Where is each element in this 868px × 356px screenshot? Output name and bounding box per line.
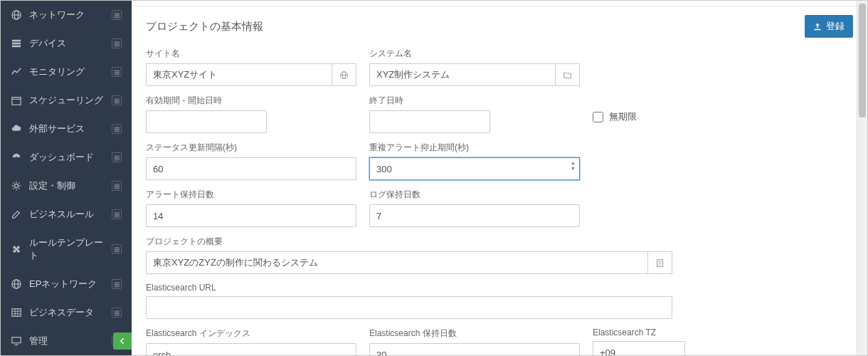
status-interval-input[interactable] [146,157,356,180]
sidebar-item-network[interactable]: ネットワーク ⊞ [1,1,132,29]
sidebar-item-label: デバイス [29,37,112,50]
sidebar-item-rule-template[interactable]: ルールテンプレート ⊞ [1,229,132,270]
svg-point-9 [14,184,18,187]
puzzle-icon [11,244,22,255]
valid-end-label: 終了日時 [369,95,580,107]
folder-icon[interactable] [556,63,580,86]
globe-icon [11,278,22,290]
sidebar-item-label: 設定・制御 [29,179,112,192]
sidebar-item-label: ダッシュボード [29,151,112,164]
no-limit-checkbox[interactable] [593,112,603,122]
monitor-icon [11,335,22,347]
gear-icon [11,180,22,192]
sidebar-item-label: ルールテンプレート [29,236,112,262]
chart-icon [11,66,22,78]
log-retention-input[interactable] [369,204,580,227]
sidebar-item-device[interactable]: デバイス ⊞ [1,29,132,58]
document-icon[interactable] [648,251,672,274]
site-name-label: サイト名 [146,48,356,60]
sidebar-item-monitoring[interactable]: モニタリング ⊞ [1,58,132,86]
site-name-input[interactable] [146,63,332,86]
table-icon [11,307,22,318]
es-tz-label: Elasticsearch TZ [593,328,685,337]
server-icon [11,38,22,49]
es-retention-input[interactable] [369,343,580,355]
sidebar: ネットワーク ⊞ デバイス ⊞ モニタリング ⊞ スケジューリング ⊞ 外部サー… [1,1,132,355]
spin-down-icon[interactable]: ▼ [571,166,576,171]
log-retention-label: ログ保持日数 [369,189,580,201]
globe-icon [11,9,22,21]
overview-label: プロジェクトの概要 [146,236,672,248]
expand-icon[interactable]: ⊞ [112,279,122,289]
expand-icon[interactable]: ⊞ [112,152,122,162]
collapse-sidebar-button[interactable] [113,333,132,350]
calendar-icon [11,95,22,106]
overview-input[interactable] [146,251,648,274]
es-url-label: Elasticsearch URL [146,283,672,293]
es-url-input[interactable] [146,296,672,319]
es-tz-input[interactable] [593,341,685,355]
main-content: プロジェクトの基本情報 登録 サイト名 システム名 [132,1,867,355]
sidebar-item-label: ビジネスルール [29,208,112,221]
edit-icon [11,209,22,220]
scrollbar-thumb[interactable] [859,4,866,117]
sidebar-item-business-data[interactable]: ビジネスデータ ⊞ [1,298,132,327]
alert-retention-label: アラート保持日数 [146,189,356,201]
expand-icon[interactable]: ⊞ [112,244,122,254]
sidebar-item-label: スケジューリング [29,94,112,107]
sidebar-item-settings[interactable]: 設定・制御 ⊞ [1,172,132,200]
expand-icon[interactable]: ⊞ [112,67,122,77]
status-interval-label: ステータス更新間隔(秒) [146,142,356,154]
system-name-label: システム名 [369,48,580,60]
register-button-label: 登録 [826,20,845,33]
expand-icon[interactable]: ⊞ [112,209,122,219]
scrollbar[interactable] [857,1,867,355]
svg-rect-3 [12,40,21,42]
cloud-icon [11,123,22,135]
sidebar-item-label: 外部サービス [29,122,112,135]
dashboard-icon [11,152,22,163]
es-index-label: Elasticsearch インデックス [146,328,356,340]
sidebar-item-ep-network[interactable]: EPネットワーク ⊞ [1,270,132,298]
no-limit-label: 無期限 [609,110,637,123]
expand-icon[interactable]: ⊞ [112,308,122,318]
es-index-input[interactable] [146,343,356,355]
svg-rect-4 [12,43,21,45]
svg-rect-13 [12,309,21,317]
sidebar-item-label: ネットワーク [29,9,112,21]
spin-up-icon[interactable]: ▲ [571,160,576,165]
svg-rect-6 [12,98,21,105]
es-retention-label: Elasticsearch 保持日数 [369,328,580,340]
system-name-input[interactable] [369,63,556,86]
sidebar-item-external[interactable]: 外部サービス ⊞ [1,115,132,143]
sidebar-item-admin[interactable]: 管理 ⊞ [1,327,132,355]
valid-start-label: 有効期間 - 開始日時 [146,95,356,107]
tab-bar [132,1,867,6]
expand-icon[interactable]: ⊞ [112,95,122,105]
sidebar-item-label: モニタリング [29,66,112,78]
alert-retention-input[interactable] [146,204,356,227]
number-spinner[interactable]: ▲▼ [571,160,576,171]
svg-rect-5 [12,46,21,48]
valid-start-input[interactable] [146,110,267,133]
sidebar-item-dashboard[interactable]: ダッシュボード ⊞ [1,143,132,172]
upload-icon [813,22,822,31]
expand-icon[interactable]: ⊞ [112,38,122,48]
expand-icon[interactable]: ⊞ [112,124,122,134]
svg-point-8 [16,157,18,159]
dup-alert-input[interactable] [369,157,580,180]
expand-icon[interactable]: ⊞ [112,181,122,191]
globe-icon[interactable] [332,63,356,86]
sidebar-item-scheduling[interactable]: スケジューリング ⊞ [1,86,132,115]
page-title: プロジェクトの基本情報 [146,20,805,33]
expand-icon[interactable]: ⊞ [112,10,122,20]
sidebar-item-label: EPネットワーク [29,278,112,290]
dup-alert-label: 重複アラート抑止期間(秒) [369,142,580,154]
valid-end-input[interactable] [369,110,490,133]
sidebar-item-label: ビジネスデータ [29,306,112,319]
sidebar-item-label: 管理 [29,335,112,347]
arrow-left-icon [118,337,127,345]
register-button[interactable]: 登録 [805,15,853,38]
svg-rect-18 [12,337,21,343]
sidebar-item-business-rule[interactable]: ビジネスルール ⊞ [1,200,132,229]
